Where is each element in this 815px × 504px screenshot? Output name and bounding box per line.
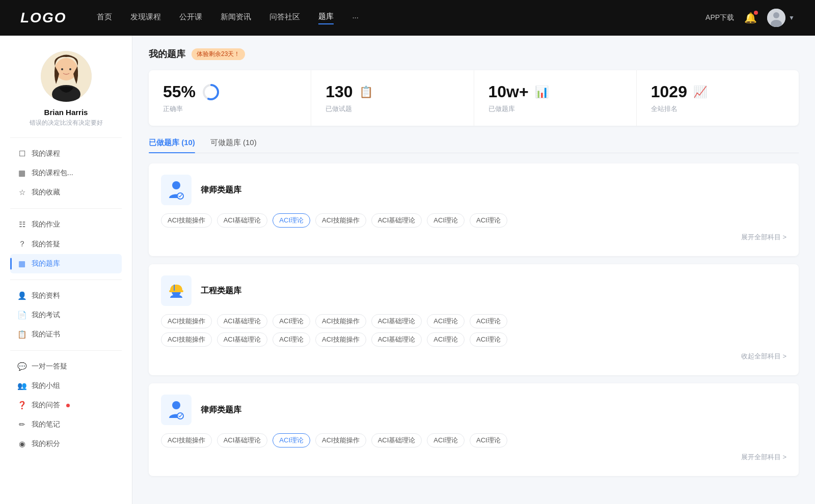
expand-link-1[interactable]: 收起全部科目 >	[161, 352, 786, 361]
bank-card-2: 律师类题库 ACI技能操作 ACI基础理论 ACI理论 ACI技能操作 ACI基…	[149, 383, 799, 476]
trial-badge: 体验剩余23天！	[192, 48, 245, 60]
tag-1b-6[interactable]: ACI理论	[470, 332, 507, 347]
svg-point-10	[172, 181, 180, 189]
nav-home[interactable]: 首页	[97, 12, 112, 24]
sidebar-item-my-questions[interactable]: ❓ 我的问答	[10, 396, 122, 415]
sidebar-item-my-package[interactable]: ▦ 我的课程包...	[10, 163, 122, 183]
tag-1a-6[interactable]: ACI理论	[470, 314, 507, 328]
tab-done-banks[interactable]: 已做题库 (10)	[149, 138, 195, 153]
tag-2-1[interactable]: ACI基础理论	[217, 433, 268, 447]
notification-bell[interactable]: 🔔	[744, 12, 757, 24]
stat-accuracy: 55% 正确率	[149, 70, 311, 126]
chevron-down-icon: ▼	[789, 14, 795, 21]
expand-link-2[interactable]: 展开全部科目 >	[161, 453, 786, 462]
expand-link-0[interactable]: 展开全部科目 >	[161, 233, 786, 242]
stat-accuracy-value: 55%	[163, 82, 196, 101]
sidebar-item-my-bank[interactable]: ▦ 我的题库	[10, 254, 122, 273]
tag-2-4[interactable]: ACI基础理论	[371, 433, 422, 447]
tag-1b-0[interactable]: ACI技能操作	[161, 332, 212, 347]
stat-done-banks: 10w+ 📊 已做题库	[474, 70, 637, 126]
sidebar-label-one-one-qa: 一对一答疑	[32, 362, 67, 371]
tag-0-5[interactable]: ACI理论	[427, 213, 465, 228]
bank-tags-2: ACI技能操作 ACI基础理论 ACI理论 ACI技能操作 ACI基础理论 AC…	[161, 433, 786, 462]
nav-mooc[interactable]: 公开课	[179, 12, 202, 24]
exam-icon: 📄	[17, 311, 26, 320]
bank-card-1: 工程类题库 ACI技能操作 ACI基础理论 ACI理论 ACI技能操作 ACI基…	[149, 264, 799, 375]
bank-tags-1: ACI技能操作 ACI基础理论 ACI理论 ACI技能操作 ACI基础理论 AC…	[161, 314, 786, 361]
stat-done-questions-top: 130 📋	[325, 82, 459, 101]
nav-discover[interactable]: 发现课程	[130, 12, 161, 24]
tag-0-4[interactable]: ACI基础理论	[371, 213, 422, 228]
sidebar-item-my-homework[interactable]: ☷ 我的作业	[10, 215, 122, 234]
qa-icon: ？	[17, 239, 26, 249]
nav-news[interactable]: 新闻资讯	[221, 12, 251, 24]
tag-2-2[interactable]: ACI理论	[273, 433, 310, 447]
svg-point-1	[773, 12, 779, 18]
nav-more[interactable]: ···	[352, 13, 359, 23]
sidebar-label-my-notes: 我的笔记	[32, 420, 60, 429]
tag-0-1[interactable]: ACI基础理论	[217, 213, 268, 228]
tag-1a-5[interactable]: ACI理论	[427, 314, 465, 328]
course-icon: ☐	[17, 149, 26, 158]
tag-1b-1[interactable]: ACI基础理论	[217, 332, 268, 347]
tag-2-6[interactable]: ACI理论	[470, 433, 507, 447]
tag-0-2[interactable]: ACI理论	[273, 213, 310, 228]
profile-motto: 错误的决定比没有决定要好	[30, 119, 103, 127]
star-icon: ☆	[17, 188, 26, 197]
tag-1b-2[interactable]: ACI理论	[273, 332, 310, 347]
tag-0-3[interactable]: ACI技能操作	[315, 213, 366, 228]
tag-0-6[interactable]: ACI理论	[470, 213, 507, 228]
app-download-button[interactable]: APP下载	[705, 13, 734, 22]
stat-ranking-top: 1029 📈	[651, 82, 784, 101]
stat-done-questions-value: 130	[325, 82, 352, 101]
tag-1b-5[interactable]: ACI理论	[427, 332, 465, 347]
tag-2-3[interactable]: ACI技能操作	[315, 433, 366, 447]
sidebar-item-my-course[interactable]: ☐ 我的课程	[10, 144, 122, 163]
navbar: LOGO 首页 发现课程 公开课 新闻资讯 问答社区 题库 ··· APP下载 …	[0, 0, 815, 36]
sidebar-item-my-profile[interactable]: 👤 我的资料	[10, 286, 122, 305]
tag-2-5[interactable]: ACI理论	[427, 433, 465, 447]
sidebar-label-my-group: 我的小组	[32, 381, 60, 390]
bank-name-1: 工程类题库	[201, 286, 241, 296]
sidebar-label-my-cert: 我的证书	[32, 330, 60, 339]
tag-0-0[interactable]: ACI技能操作	[161, 213, 212, 228]
sidebar-item-my-favorites[interactable]: ☆ 我的收藏	[10, 183, 122, 202]
tag-1b-4[interactable]: ACI基础理论	[371, 332, 422, 347]
sidebar-label-my-bank: 我的题库	[32, 259, 60, 268]
sidebar-item-one-one-qa[interactable]: 💬 一对一答疑	[10, 357, 122, 376]
tag-1a-0[interactable]: ACI技能操作	[161, 314, 212, 328]
tag-1a-1[interactable]: ACI基础理论	[217, 314, 268, 328]
tag-1a-2[interactable]: ACI理论	[273, 314, 310, 328]
bank-card-1-header: 工程类题库	[161, 275, 786, 306]
questions-icon: ❓	[17, 401, 26, 410]
bank-tags-0: ACI技能操作 ACI基础理论 ACI理论 ACI技能操作 ACI基础理论 AC…	[161, 213, 786, 242]
page-header: 我的题库 体验剩余23天！	[149, 48, 799, 60]
cert-icon: 📋	[17, 330, 26, 339]
tab-available-banks[interactable]: 可做题库 (10)	[210, 138, 257, 153]
nav-qa[interactable]: 问答社区	[269, 12, 300, 24]
sidebar-item-my-points[interactable]: ◉ 我的积分	[10, 434, 122, 454]
logo[interactable]: LOGO	[20, 10, 66, 26]
sidebar-item-my-exam[interactable]: 📄 我的考试	[10, 305, 122, 325]
sidebar-label-my-exam: 我的考试	[32, 311, 60, 320]
bank-icon: ▦	[17, 259, 26, 268]
user-avatar-wrap[interactable]: ▼	[767, 9, 795, 27]
tag-2-0[interactable]: ACI技能操作	[161, 433, 212, 447]
sidebar-divider-4	[10, 350, 122, 351]
sidebar-item-my-group[interactable]: 👥 我的小组	[10, 376, 122, 396]
tag-1a-3[interactable]: ACI技能操作	[315, 314, 366, 328]
avatar	[767, 9, 785, 27]
group-icon: 👥	[17, 381, 26, 390]
nav-menu: 首页 发现课程 公开课 新闻资讯 问答社区 题库 ···	[97, 12, 705, 24]
profile-icon: 👤	[17, 291, 26, 300]
tag-1b-3[interactable]: ACI技能操作	[315, 332, 366, 347]
sidebar-item-my-notes[interactable]: ✏ 我的笔记	[10, 415, 122, 434]
sidebar-label-my-profile: 我的资料	[32, 291, 60, 300]
sidebar-item-my-cert[interactable]: 📋 我的证书	[10, 325, 122, 344]
tag-1a-4[interactable]: ACI基础理论	[371, 314, 422, 328]
sidebar-item-my-qa[interactable]: ？ 我的答疑	[10, 234, 122, 254]
bank-icon-lawyer-2	[161, 395, 192, 425]
nav-bank[interactable]: 题库	[318, 12, 334, 24]
bank-card-0-header: 律师类题库	[161, 175, 786, 205]
page-title: 我的题库	[149, 48, 185, 60]
